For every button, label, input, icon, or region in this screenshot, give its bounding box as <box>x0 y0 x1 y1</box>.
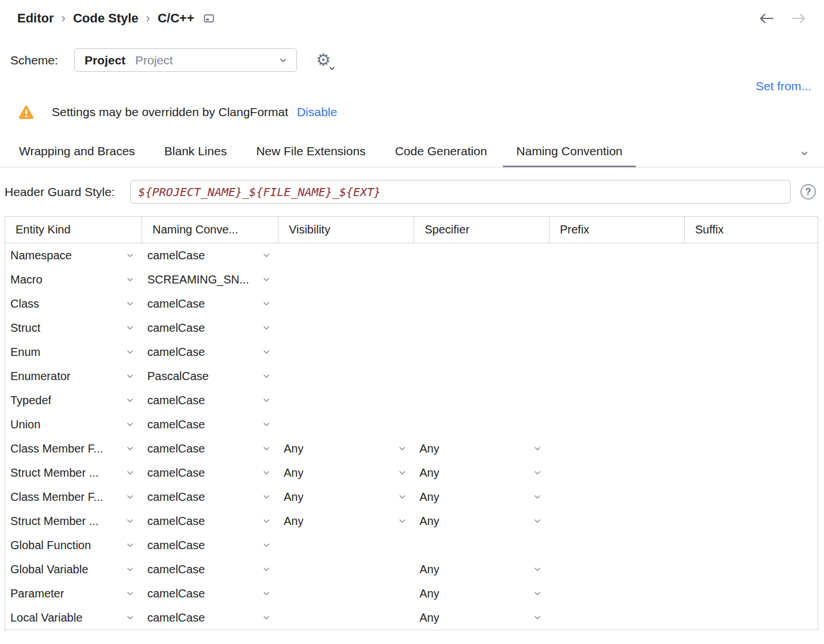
naming-convention-dropdown[interactable]: camelCase <box>142 292 279 316</box>
entity-kind-dropdown[interactable]: Typedef <box>5 388 142 412</box>
tab-naming-convention[interactable]: Naming Convention <box>503 144 635 167</box>
specifier-dropdown[interactable]: Any <box>414 485 550 509</box>
visibility-dropdown[interactable]: Any <box>279 461 414 485</box>
table-row: Struct Member ...camelCaseAnyAny <box>5 461 818 485</box>
cell-label: Any <box>419 563 439 576</box>
entity-kind-dropdown[interactable]: Parameter <box>5 581 142 605</box>
naming-convention-dropdown[interactable]: camelCase <box>142 581 279 605</box>
table-row: MacroSCREAMING_SN... <box>5 267 818 292</box>
chevron-down-icon <box>259 588 272 599</box>
cell-label: Global Variable <box>10 563 88 576</box>
entity-kind-dropdown[interactable]: Class Member F... <box>5 436 142 461</box>
prefix-cell <box>550 340 685 364</box>
cell-label: Any <box>419 611 439 624</box>
help-icon[interactable]: ? <box>800 184 816 200</box>
naming-convention-dropdown[interactable]: camelCase <box>142 461 279 485</box>
suffix-cell <box>685 509 818 533</box>
entity-kind-dropdown[interactable]: Global Variable <box>5 557 142 581</box>
naming-convention-dropdown[interactable]: camelCase <box>142 485 279 509</box>
naming-convention-dropdown[interactable]: PascalCase <box>142 364 279 388</box>
tabs-bar: Wrapping and Braces Blank Lines New File… <box>0 140 824 167</box>
entity-kind-dropdown[interactable]: Macro <box>5 267 142 292</box>
visibility-dropdown <box>279 581 414 605</box>
specifier-dropdown[interactable]: Any <box>414 581 550 605</box>
breadcrumb-item-code-style[interactable]: Code Style <box>73 11 139 26</box>
naming-convention-dropdown[interactable]: camelCase <box>142 605 279 630</box>
entity-kind-dropdown[interactable]: Class <box>5 292 142 316</box>
scheme-detail: Project <box>135 53 173 67</box>
entity-kind-dropdown[interactable]: Enumerator <box>5 364 142 388</box>
naming-convention-dropdown[interactable]: camelCase <box>142 533 279 557</box>
disable-link[interactable]: Disable <box>297 105 337 119</box>
table-row: ClasscamelCase <box>5 292 818 316</box>
tab-new-file-extensions[interactable]: New File Extensions <box>243 144 379 167</box>
cell-label: Parameter <box>10 587 64 600</box>
naming-convention-dropdown[interactable]: camelCase <box>142 412 279 436</box>
entity-kind-dropdown[interactable]: Enum <box>5 340 142 364</box>
specifier-dropdown <box>414 364 550 388</box>
entity-kind-dropdown[interactable]: Global Function <box>5 533 142 557</box>
cell-label: Any <box>419 466 439 480</box>
entity-kind-dropdown[interactable]: Class Member F... <box>5 485 142 509</box>
naming-convention-dropdown[interactable]: camelCase <box>142 436 279 461</box>
tab-wrapping-and-braces[interactable]: Wrapping and Braces <box>6 144 148 167</box>
specifier-dropdown <box>414 340 550 364</box>
breadcrumb-item-editor[interactable]: Editor <box>17 11 54 26</box>
cell-label: camelCase <box>147 587 205 600</box>
naming-convention-dropdown[interactable]: camelCase <box>142 243 279 267</box>
chevron-down-icon[interactable] <box>799 148 810 159</box>
chevron-down-icon <box>259 612 272 623</box>
tab-code-generation[interactable]: Code Generation <box>382 144 500 167</box>
back-arrow-icon[interactable] <box>758 12 775 25</box>
suffix-cell <box>685 485 818 509</box>
chevron-down-icon <box>530 588 543 599</box>
chevron-down-icon <box>123 323 135 333</box>
suffix-cell <box>685 316 818 340</box>
naming-convention-dropdown[interactable]: camelCase <box>142 509 279 533</box>
specifier-dropdown[interactable]: Any <box>414 557 550 581</box>
entity-kind-dropdown[interactable]: Struct Member ... <box>5 509 142 533</box>
gear-icon[interactable] <box>314 51 333 70</box>
set-from-link[interactable]: Set from... <box>756 79 811 93</box>
naming-convention-dropdown[interactable]: camelCase <box>142 316 279 340</box>
column-header-specifier: Specifier <box>414 217 550 243</box>
chevron-down-icon <box>123 250 135 260</box>
specifier-dropdown[interactable]: Any <box>414 605 550 630</box>
specifier-dropdown[interactable]: Any <box>414 509 550 533</box>
cell-label: camelCase <box>147 249 205 262</box>
entity-kind-dropdown[interactable]: Local Variable <box>5 605 142 630</box>
chevron-down-icon <box>530 516 543 526</box>
visibility-dropdown[interactable]: Any <box>279 485 414 509</box>
specifier-dropdown <box>414 267 550 292</box>
table-body: NamespacecamelCaseMacroSCREAMING_SN...Cl… <box>5 243 818 630</box>
chevron-down-icon <box>123 516 135 526</box>
column-header-visibility: Visibility <box>279 217 414 243</box>
prefix-cell <box>550 509 685 533</box>
column-header-prefix: Prefix <box>550 217 685 243</box>
visibility-dropdown[interactable]: Any <box>279 436 414 461</box>
entity-kind-dropdown[interactable]: Struct Member ... <box>5 461 142 485</box>
forward-arrow-icon[interactable] <box>791 12 807 25</box>
breadcrumb: Editor › Code Style › C/C++ <box>17 11 214 26</box>
chevron-down-icon <box>259 274 272 285</box>
tab-blank-lines[interactable]: Blank Lines <box>151 144 241 167</box>
entity-kind-dropdown[interactable]: Namespace <box>5 243 142 267</box>
preview-icon[interactable] <box>204 14 214 23</box>
specifier-dropdown[interactable]: Any <box>414 436 550 461</box>
cell-label: Enum <box>10 346 40 359</box>
visibility-dropdown[interactable]: Any <box>279 509 414 533</box>
naming-convention-dropdown[interactable]: camelCase <box>142 340 279 364</box>
scheme-select[interactable]: Project Project <box>74 48 297 72</box>
naming-convention-dropdown[interactable]: camelCase <box>142 557 279 581</box>
header-guard-input[interactable] <box>130 180 791 204</box>
entity-kind-dropdown[interactable]: Struct <box>5 316 142 340</box>
breadcrumb-item-cpp[interactable]: C/C++ <box>158 11 194 26</box>
table-row: EnumeratorPascalCase <box>5 364 818 388</box>
entity-kind-dropdown[interactable]: Union <box>5 412 142 436</box>
specifier-dropdown[interactable]: Any <box>414 461 550 485</box>
naming-convention-dropdown[interactable]: SCREAMING_SN... <box>142 267 279 292</box>
chevron-down-icon <box>123 395 135 405</box>
prefix-cell <box>550 533 685 557</box>
naming-convention-dropdown[interactable]: camelCase <box>142 388 279 412</box>
suffix-cell <box>685 267 818 292</box>
